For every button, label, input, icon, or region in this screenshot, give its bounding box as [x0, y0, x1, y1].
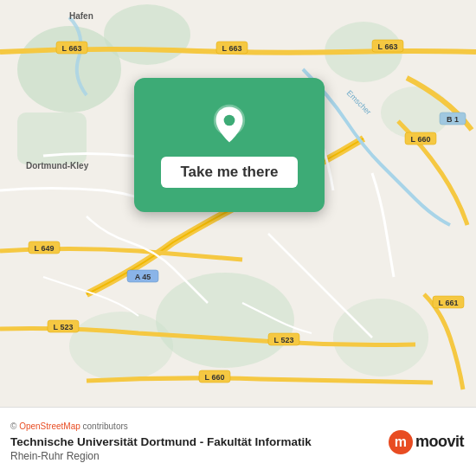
svg-point-7 [69, 312, 173, 381]
svg-point-5 [381, 87, 450, 138]
svg-point-8 [333, 299, 428, 376]
moovit-m-icon: m [389, 430, 413, 454]
svg-text:L 523: L 523 [274, 336, 294, 344]
svg-text:Hafen: Hafen [69, 11, 93, 21]
svg-text:L 649: L 649 [35, 244, 55, 253]
svg-text:Dortmund-Kley: Dortmund-Kley [26, 161, 89, 170]
svg-point-36 [224, 114, 235, 125]
moovit-logo-wrapper: m moovit [380, 430, 464, 454]
info-text-area: © OpenStreetMap contributors Technische … [10, 421, 380, 462]
osm-link[interactable]: OpenStreetMap [19, 421, 80, 431]
svg-text:L 661: L 661 [439, 299, 459, 307]
svg-text:L 523: L 523 [54, 323, 74, 331]
svg-text:L 663: L 663 [222, 44, 242, 53]
pin-icon [208, 103, 251, 146]
svg-text:L 660: L 660 [205, 373, 225, 382]
moovit-text: moovit [415, 433, 464, 451]
moovit-logo: m moovit [389, 430, 464, 454]
osm-credit: © OpenStreetMap contributors [10, 421, 380, 431]
map-area: L 663 L 663 L 663 L 660 B 1 L 649 A 45 L… [0, 0, 476, 407]
svg-point-2 [104, 4, 190, 65]
location-title: Technische Universität Dortmund - Fakult… [10, 434, 380, 450]
svg-rect-3 [17, 113, 87, 164]
svg-text:L 663: L 663 [378, 42, 398, 51]
svg-text:A 45: A 45 [135, 273, 151, 281]
svg-point-6 [156, 273, 294, 368]
info-bar: © OpenStreetMap contributors Technische … [0, 407, 476, 476]
svg-text:B 1: B 1 [447, 115, 459, 124]
location-subtitle: Rhein-Ruhr Region [10, 450, 380, 462]
app-container: L 663 L 663 L 663 L 660 B 1 L 649 A 45 L… [0, 0, 476, 476]
take-me-there-button[interactable]: Take me there [161, 157, 297, 188]
svg-text:L 660: L 660 [411, 135, 431, 144]
svg-text:L 663: L 663 [62, 44, 82, 53]
location-card[interactable]: Take me there [134, 78, 325, 212]
